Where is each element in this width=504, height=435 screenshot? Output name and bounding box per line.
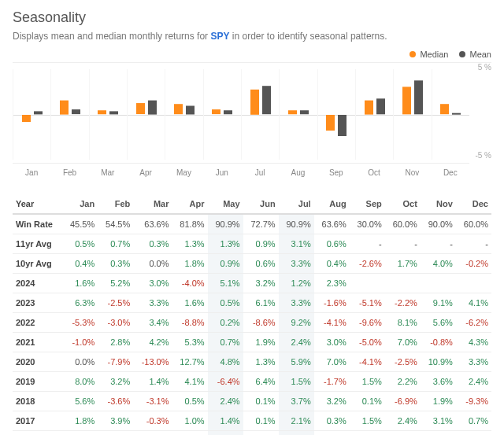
cell: 1.5% xyxy=(350,411,385,431)
cell: -3.0% xyxy=(98,313,133,333)
chart-month-col[interactable] xyxy=(127,69,165,160)
cell: 81.8% xyxy=(172,214,208,234)
cell: - xyxy=(385,234,421,254)
cell: 0.3% xyxy=(98,254,133,274)
cell: 2.4% xyxy=(456,372,491,392)
column-header[interactable]: Jan xyxy=(62,194,98,214)
cell: 3.9% xyxy=(98,411,133,431)
column-header[interactable]: Sep xyxy=(350,194,385,214)
cell: 3.6% xyxy=(279,431,314,436)
cell: 2.4% xyxy=(279,333,314,352)
cell: -9.3% xyxy=(456,392,491,411)
cell: 10.9% xyxy=(421,352,456,372)
cell: - xyxy=(456,234,491,254)
bar-mean xyxy=(72,109,80,115)
cell: -0.5% xyxy=(350,431,385,436)
legend-mean[interactable]: Mean xyxy=(459,50,491,59)
cell: 90.0% xyxy=(421,214,456,234)
table-row: 2021-1.0%2.8%4.2%5.3%0.7%1.9%2.4%3.0%-5.… xyxy=(13,333,491,352)
cell: 3.1% xyxy=(421,411,456,431)
column-header[interactable]: Feb xyxy=(98,194,133,214)
cell: -0.8% xyxy=(421,333,456,352)
bar-mean xyxy=(186,105,195,115)
bar-mean xyxy=(414,80,423,115)
cell: -4.1% xyxy=(350,352,385,372)
column-header[interactable]: May xyxy=(208,194,243,214)
cell: 5.1% xyxy=(208,274,243,293)
returns-table: YearJanFebMarAprMayJunJulAugSepOctNovDec… xyxy=(13,194,491,435)
column-header[interactable]: Jun xyxy=(243,194,279,214)
column-header[interactable]: Oct xyxy=(385,194,421,214)
column-header[interactable]: Aug xyxy=(314,194,350,214)
chart-month-col[interactable] xyxy=(393,69,431,160)
cell: 2.2% xyxy=(385,372,421,392)
table-row: 20236.3%-2.5%3.3%1.6%0.5%6.1%3.3%-1.6%-5… xyxy=(13,293,491,313)
cell: 1.8% xyxy=(62,411,98,431)
column-header[interactable]: Apr xyxy=(172,194,208,214)
cell: 0.4% xyxy=(172,431,208,436)
cell: 3.0% xyxy=(314,333,350,352)
table-row: 20171.8%3.9%-0.3%1.0%1.4%0.1%2.1%0.3%1.5… xyxy=(13,411,491,431)
cell: 0.1% xyxy=(314,431,350,436)
column-header[interactable]: Nov xyxy=(421,194,456,214)
chart-month-col[interactable] xyxy=(317,69,355,160)
cell: -0.3% xyxy=(133,411,172,431)
column-header[interactable]: Year xyxy=(13,194,62,214)
cell: 0.3% xyxy=(314,411,350,431)
cell: 90.9% xyxy=(279,214,314,234)
bar-med xyxy=(288,110,297,115)
bar-mean xyxy=(109,111,118,115)
cell: 3.3% xyxy=(279,254,314,274)
chart-month-col[interactable] xyxy=(13,69,50,160)
x-axis-label: Jul xyxy=(241,163,279,180)
chart-month-col[interactable] xyxy=(203,69,241,160)
cell: -8.8% xyxy=(172,313,208,333)
row-label: 2016 xyxy=(13,431,62,436)
subtitle-suffix: in order to identify seasonal patterns. xyxy=(229,31,387,42)
cell: 1.6% xyxy=(172,293,208,313)
cell: 1.3% xyxy=(208,234,243,254)
legend-median[interactable]: Median xyxy=(410,50,448,59)
cell: 90.9% xyxy=(208,214,243,234)
cell: 2.8% xyxy=(98,333,133,352)
table-row: 10yr Avg0.4%0.3%0.0%1.8%0.9%0.6%3.3%0.4%… xyxy=(13,254,491,274)
cell: 9.2% xyxy=(279,313,314,333)
chart-month-col[interactable] xyxy=(50,69,88,160)
chart-month-col[interactable] xyxy=(165,69,202,160)
x-axis-label: Aug xyxy=(279,163,317,180)
cell: 0.9% xyxy=(208,254,243,274)
seasonality-chart[interactable]: 5 % -5 % JanFebMarAprMayJunJulAugSepOctN… xyxy=(13,62,491,180)
cell: 3.6% xyxy=(421,372,456,392)
ticker-link[interactable]: SPY xyxy=(210,31,229,42)
cell: 3.2% xyxy=(243,274,279,293)
column-header[interactable]: Mar xyxy=(133,194,172,214)
cell: -8.6% xyxy=(243,313,279,333)
cell: -0.2% xyxy=(456,254,491,274)
bar-mean xyxy=(262,86,271,115)
row-label: 2024 xyxy=(13,274,62,293)
y-axis-bot: -5 % xyxy=(475,151,491,160)
chart-month-col[interactable] xyxy=(89,69,127,160)
cell: -5.3% xyxy=(62,313,98,333)
bar-mean xyxy=(452,112,461,114)
column-header[interactable]: Jul xyxy=(279,194,314,214)
cell: 0.1% xyxy=(243,411,279,431)
column-header[interactable]: Dec xyxy=(456,194,491,214)
chart-month-col[interactable] xyxy=(432,69,469,160)
cell: 3.3% xyxy=(456,352,491,372)
cell: 1.0% xyxy=(172,411,208,431)
cell: 9.1% xyxy=(421,293,456,313)
bar-med xyxy=(250,89,259,114)
chart-month-col[interactable] xyxy=(279,69,317,160)
cell: 0.7% xyxy=(98,234,133,254)
cell: 5.2% xyxy=(98,274,133,293)
chart-month-col[interactable] xyxy=(355,69,393,160)
cell: 3.4% xyxy=(133,313,172,333)
y-axis-top: 5 % xyxy=(478,63,491,72)
cell: 2.4% xyxy=(385,411,421,431)
cell: 1.4% xyxy=(133,372,172,392)
table-row: 2016-5.0%-0.1%6.2%0.4%1.7%-0.2%3.6%0.1%-… xyxy=(13,431,491,436)
x-axis-label: Mar xyxy=(89,163,127,180)
bar-med xyxy=(365,100,373,114)
chart-month-col[interactable] xyxy=(241,69,279,160)
